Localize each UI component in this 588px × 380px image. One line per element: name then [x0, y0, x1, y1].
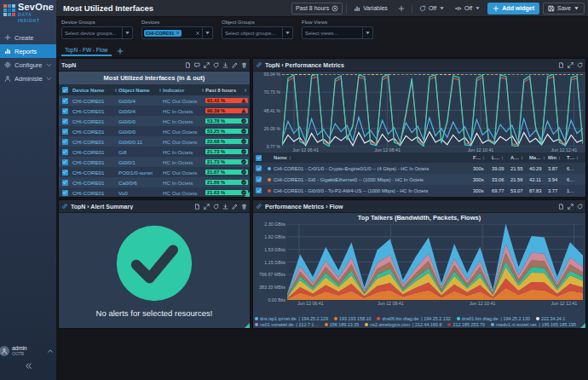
- trash-icon[interactable]: [241, 62, 247, 68]
- flow-legend-item[interactable]: dns01.btx.dtag.de. | 194.25.2.130: [457, 316, 530, 321]
- sidebar-collapse-button[interactable]: [0, 358, 56, 373]
- flow-area-chart[interactable]: [287, 224, 583, 300]
- row-checkbox[interactable]: [62, 170, 68, 176]
- legend-column-name[interactable]: Name: [274, 155, 473, 160]
- flow-legend-item[interactable]: ns2.winelogics.com. | 212.44.160.8: [365, 322, 441, 327]
- flow-legend-item[interactable]: 156.189.13.35: [325, 322, 359, 327]
- filter-select[interactable]: CHI-CORE01: [141, 26, 213, 39]
- row-checkbox[interactable]: [256, 187, 262, 193]
- flow-legend-item[interactable]: 212.185.253.70: [447, 322, 484, 327]
- row-checkbox[interactable]: [62, 149, 68, 155]
- legend-column-4[interactable]: Ma…: [529, 155, 548, 160]
- clear-time-range-icon[interactable]: [331, 5, 338, 12]
- table-row[interactable]: CHI-CORE01Gi0/0/1HC In Octets21.73 %: [59, 157, 250, 167]
- save-button[interactable]: Save: [543, 3, 585, 14]
- flow-legend-item[interactable]: 193.193.158.10: [334, 316, 371, 321]
- save-menu-caret-icon[interactable]: [574, 5, 579, 11]
- comment-icon[interactable]: [194, 62, 200, 68]
- table-row[interactable]: CHI-CORE01Gi0/0/0HC In Octets53.78 %: [59, 116, 250, 126]
- edit-icon[interactable]: [232, 204, 238, 210]
- time-range-chip[interactable]: Past 8 hours: [291, 3, 343, 14]
- add-widget-button[interactable]: Add widget: [487, 3, 539, 14]
- legend-row[interactable]: CHI-CORE01 - Cr0/1/0 - Crypto-Engine0/1/…: [253, 163, 585, 174]
- row-checkbox[interactable]: [256, 165, 262, 171]
- table-row[interactable]: CHI-CORE01Gi0/0/0.11HC Out Octets22.68 %: [59, 136, 250, 147]
- caret-down-icon[interactable]: [282, 27, 292, 38]
- sidebar-item-configure[interactable]: Configure: [0, 58, 56, 72]
- trash-icon[interactable]: [241, 204, 247, 210]
- download-icon[interactable]: [222, 204, 228, 210]
- table-row[interactable]: CHI-CORE01PO0/1/0-sonetHC Out Octets21.6…: [59, 167, 250, 177]
- sidebar-item-create[interactable]: Create: [0, 31, 56, 44]
- legend-column-5[interactable]: Min: [548, 155, 567, 160]
- column-header-indicator[interactable]: Indicator: [163, 88, 205, 93]
- row-checkbox[interactable]: [62, 129, 68, 135]
- tab-topn-fw-flow[interactable]: TopN - FW - Flow: [61, 47, 112, 56]
- table-row[interactable]: CHI-CORE01Gi8HC In Octets21.73 %: [59, 147, 250, 157]
- caret-down-icon[interactable]: [362, 27, 372, 38]
- caret-down-icon[interactable]: [202, 27, 212, 38]
- user-menu[interactable]: admin OOTB: [0, 345, 56, 356]
- perf-line-chart[interactable]: [282, 74, 583, 147]
- panel-topn-header[interactable]: TopN: [59, 59, 250, 72]
- resize-handle[interactable]: [580, 323, 585, 328]
- filter-select[interactable]: Select views...: [302, 26, 373, 39]
- row-checkbox[interactable]: [62, 118, 68, 124]
- row-checkbox[interactable]: [62, 139, 68, 145]
- app-logo[interactable]: SevOne DATA INSIGHT: [0, 0, 56, 26]
- file-icon[interactable]: [185, 62, 191, 68]
- resize-handle[interactable]: [245, 323, 250, 328]
- remove-chip-icon[interactable]: [176, 31, 180, 35]
- edit-icon[interactable]: [232, 62, 238, 68]
- file-icon[interactable]: [558, 204, 564, 210]
- add-variable-button[interactable]: [395, 3, 408, 14]
- add-tab-icon[interactable]: [117, 48, 124, 56]
- auto-refresh-dropdown[interactable]: Off: [416, 3, 448, 14]
- file-icon[interactable]: [558, 62, 564, 68]
- column-header-object-name[interactable]: Object Name: [118, 88, 163, 93]
- resize-handle[interactable]: [245, 192, 250, 197]
- row-checkbox[interactable]: [62, 108, 68, 114]
- refresh-icon[interactable]: [213, 62, 219, 68]
- flow-legend-item[interactable]: dns06.btx.dtag.de. | 194.25.2.132: [377, 316, 450, 321]
- row-checkbox[interactable]: [62, 159, 68, 165]
- table-row[interactable]: CHI-CORE01Gi0/0/4HC Out Octets91.41 %: [59, 95, 250, 106]
- table-row[interactable]: CHI-CORE01Gi0/0/4HC In Octets90.39 %: [59, 106, 250, 116]
- refresh-icon[interactable]: [577, 62, 583, 68]
- expand-icon[interactable]: [204, 62, 210, 68]
- expand-icon[interactable]: [568, 204, 574, 210]
- sidebar-item-reports[interactable]: Reports: [0, 44, 56, 58]
- legend-column-6[interactable]: T…: [567, 155, 585, 160]
- legend-column-1[interactable]: F…: [473, 155, 492, 160]
- sidebar-item-administer[interactable]: Administer: [0, 72, 56, 85]
- variables-button[interactable]: Variables: [350, 3, 391, 14]
- file-icon[interactable]: [194, 204, 200, 210]
- row-checkbox[interactable]: [62, 87, 68, 93]
- table-row[interactable]: CHI-CORE01Vo0HC Out Octets21.63 %: [59, 187, 250, 197]
- legend-column-2[interactable]: L…: [492, 155, 510, 160]
- row-checkbox[interactable]: [62, 190, 68, 196]
- sort-icon[interactable]: [243, 88, 248, 93]
- table-row[interactable]: CHI-CORE01Gi0/0/0HC Out Octets53.25 %: [59, 126, 250, 136]
- refresh-icon[interactable]: [577, 204, 583, 210]
- filter-select[interactable]: Select object groups...: [222, 26, 293, 39]
- row-checkbox[interactable]: [62, 98, 68, 104]
- panel-perf-header[interactable]: TopN › Performance Metrics: [253, 59, 585, 72]
- clear-all-icon[interactable]: [193, 31, 202, 36]
- filter-select[interactable]: Select device groups...: [61, 26, 133, 39]
- column-header-past-8-hours[interactable]: Past 8 hours: [205, 87, 250, 94]
- row-checkbox[interactable]: [62, 180, 68, 186]
- row-checkbox[interactable]: [256, 155, 262, 161]
- flow-legend-item[interactable]: ns01.vorsatel.de. | 212.7.1…: [255, 322, 319, 327]
- flow-legend-item[interactable]: dns.isp1.iprnet.de. | 194.25.2.129: [255, 316, 328, 321]
- annotations-dropdown[interactable]: Off: [452, 3, 484, 14]
- caret-down-icon[interactable]: [122, 27, 132, 38]
- expand-icon[interactable]: [204, 204, 210, 210]
- table-row[interactable]: CHI-CORE01Ca0/0/6HC In Octets21.66 %: [59, 177, 250, 187]
- column-header-device-name[interactable]: Device Name: [71, 88, 118, 93]
- legend-column-3[interactable]: A…: [510, 155, 529, 160]
- legend-row[interactable]: CHI-CORE01 - Gi0 - GigabitEthernet0 -- (…: [253, 174, 585, 185]
- download-icon[interactable]: [222, 62, 228, 68]
- flow-legend-item[interactable]: 222.34.24.1: [536, 316, 565, 321]
- row-checkbox[interactable]: [256, 176, 262, 182]
